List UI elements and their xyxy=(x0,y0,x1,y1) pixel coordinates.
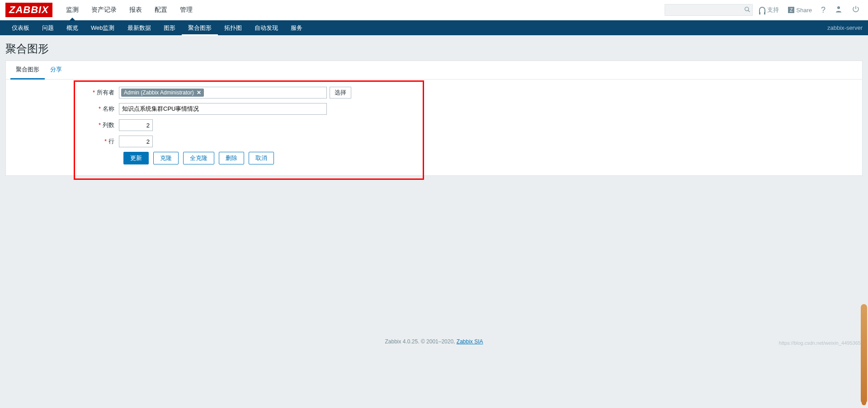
subnav-overview[interactable]: 概览 xyxy=(60,20,85,36)
button-row: 更新 克隆 全克隆 删除 取消 xyxy=(123,152,862,164)
footer: Zabbix 4.0.25. © 2001–2020, Zabbix SIA h… xyxy=(0,176,868,354)
footer-link[interactable]: Zabbix SIA xyxy=(457,338,483,345)
search-box[interactable] xyxy=(665,4,753,16)
rows-input[interactable] xyxy=(119,136,153,147)
headset-icon xyxy=(759,7,765,13)
cols-input[interactable] xyxy=(119,119,153,131)
page-title: 聚合图形 xyxy=(0,35,868,61)
cancel-button[interactable]: 取消 xyxy=(249,152,274,164)
subnav-services[interactable]: 服务 xyxy=(284,20,309,36)
name-input[interactable] xyxy=(119,103,327,115)
row-name: *名称 xyxy=(6,103,862,115)
search-icon[interactable] xyxy=(744,6,750,14)
subnav-graphs[interactable]: 图形 xyxy=(157,20,182,36)
row-owner: *所有者 Admin (Zabbix Administrator) ✕ 选择 xyxy=(6,87,862,98)
logo[interactable]: ZABBIX xyxy=(5,3,52,17)
label-rows: *行 xyxy=(6,137,119,145)
owner-multiselect[interactable]: Admin (Zabbix Administrator) ✕ xyxy=(119,87,327,98)
owner-tag-label: Admin (Zabbix Administrator) xyxy=(124,89,194,96)
sub-nav: 仪表板 问题 概览 Web监测 最新数据 图形 聚合图形 拓扑图 自动发现 服务… xyxy=(0,20,868,35)
full-clone-button[interactable]: 全克隆 xyxy=(183,152,214,164)
share-label: Share xyxy=(796,7,812,14)
nav-admin[interactable]: 管理 xyxy=(174,0,199,20)
tabs: 聚合图形 分享 xyxy=(6,61,862,80)
watermark: https://blog.csdn.net/weixin_44953658 xyxy=(779,340,863,346)
top-right: 支持 Z Share ? xyxy=(665,4,863,16)
label-owner: *所有者 xyxy=(6,89,119,97)
subnav-dashboard[interactable]: 仪表板 xyxy=(5,20,36,36)
subnav-problems[interactable]: 问题 xyxy=(36,20,60,36)
share-icon: Z xyxy=(788,7,794,13)
tab-screen[interactable]: 聚合图形 xyxy=(10,61,45,80)
subnav-latest[interactable]: 最新数据 xyxy=(121,20,157,36)
subnav-maps[interactable]: 拓扑图 xyxy=(218,20,248,36)
search-input[interactable] xyxy=(668,5,744,15)
owner-tag: Admin (Zabbix Administrator) ✕ xyxy=(121,89,204,97)
subnav-web[interactable]: Web监测 xyxy=(85,20,121,36)
remove-tag-icon[interactable]: ✕ xyxy=(197,89,201,96)
content-panel: 聚合图形 分享 *所有者 Admin (Zabbix Administrator… xyxy=(5,61,863,176)
svg-point-2 xyxy=(837,6,840,9)
help-icon[interactable]: ? xyxy=(818,5,828,15)
form-area: *所有者 Admin (Zabbix Administrator) ✕ 选择 *… xyxy=(6,80,862,175)
scroll-indicator xyxy=(861,304,867,354)
server-name: zabbix-server xyxy=(827,24,863,31)
svg-line-1 xyxy=(748,10,750,12)
share-link[interactable]: Z Share xyxy=(785,5,815,15)
label-name: *名称 xyxy=(6,105,119,113)
support-label: 支持 xyxy=(767,6,779,14)
footer-text: Zabbix 4.0.25. © 2001–2020, xyxy=(385,338,457,345)
nav-monitor[interactable]: 监测 xyxy=(60,0,85,20)
tab-share[interactable]: 分享 xyxy=(45,61,67,79)
update-button[interactable]: 更新 xyxy=(123,152,149,164)
main-nav: 监测 资产记录 报表 配置 管理 xyxy=(60,0,665,20)
svg-point-0 xyxy=(745,7,749,10)
subnav-screens[interactable]: 聚合图形 xyxy=(182,20,218,36)
subnav-discovery[interactable]: 自动发现 xyxy=(248,20,284,36)
delete-button[interactable]: 删除 xyxy=(219,152,244,164)
top-bar: ZABBIX 监测 资产记录 报表 配置 管理 支持 Z Share ? xyxy=(0,0,868,20)
user-icon[interactable] xyxy=(832,5,845,15)
nav-config[interactable]: 配置 xyxy=(148,0,174,20)
support-link[interactable]: 支持 xyxy=(756,4,782,16)
nav-inventory[interactable]: 资产记录 xyxy=(85,0,123,20)
nav-reports[interactable]: 报表 xyxy=(123,0,148,20)
row-cols: *列数 xyxy=(6,119,862,131)
clone-button[interactable]: 克隆 xyxy=(153,152,179,164)
select-owner-button[interactable]: 选择 xyxy=(330,87,351,98)
power-icon[interactable] xyxy=(849,5,863,15)
row-rows: *行 xyxy=(6,136,862,147)
label-cols: *列数 xyxy=(6,121,119,129)
